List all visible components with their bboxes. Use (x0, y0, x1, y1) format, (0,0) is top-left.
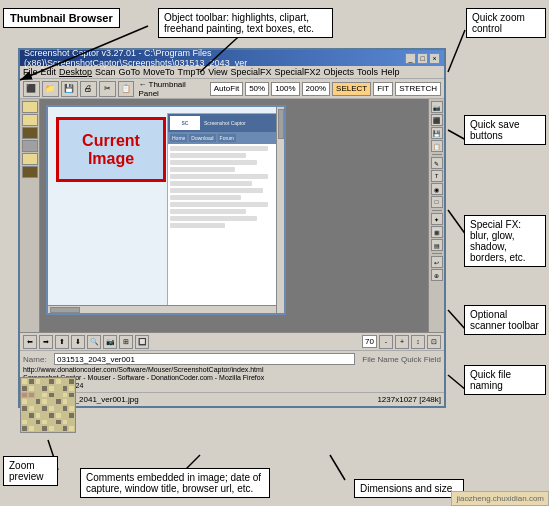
page-title-row: Screenshot Captor - Mouser - Software - … (23, 374, 441, 381)
zoom-fit[interactable]: ⊡ (427, 335, 441, 349)
zoom-preview-panel (20, 377, 76, 433)
zc49 (21, 419, 28, 426)
zc59 (35, 425, 42, 432)
zc1 (21, 378, 28, 385)
menu-tmpto[interactable]: TmpTo (178, 67, 206, 77)
rtb-sep3 (432, 253, 442, 254)
zc34 (28, 405, 35, 412)
zc11 (35, 385, 42, 392)
zc6 (55, 378, 62, 385)
rtb-5[interactable]: ✎ (431, 157, 443, 169)
thumbnail-browser-annotation: Thumbnail Browser (3, 8, 120, 28)
toolbar-btn-2[interactable]: 📁 (42, 81, 59, 97)
stretch-btn[interactable]: STRETCH (395, 82, 441, 96)
svg-line-9 (330, 455, 345, 480)
toolbar-btn-4[interactable]: 🖨 (80, 81, 97, 97)
menu-goto[interactable]: GoTo (119, 67, 141, 77)
thumb-item-2[interactable] (22, 114, 38, 126)
dimensions-annotation: Dimensions and size (354, 479, 464, 498)
toolbar-btn-6[interactable]: 📋 (118, 81, 135, 97)
menu-help[interactable]: Help (381, 67, 400, 77)
btb-6[interactable]: 📷 (103, 335, 117, 349)
thumb-item-4[interactable] (22, 140, 38, 152)
zc47 (62, 412, 69, 419)
zoom-scroll[interactable]: ↕ (411, 335, 425, 349)
scroll-thumb[interactable] (278, 109, 284, 139)
menu-scan[interactable]: Scan (95, 67, 116, 77)
thumbnail-panel-label: ← Thumbnail Panel (136, 80, 205, 98)
thumb-item-1[interactable] (22, 101, 38, 113)
wp-nav-home: Home (170, 134, 187, 142)
zc24 (68, 392, 75, 399)
zc12 (41, 385, 48, 392)
zc26 (28, 398, 35, 405)
hscroll-thumb[interactable] (50, 307, 80, 313)
zc8 (68, 378, 75, 385)
horizontal-scrollbar[interactable] (48, 305, 276, 313)
thumb-item-5[interactable] (22, 153, 38, 165)
zoom-200[interactable]: 200% (302, 82, 330, 96)
btb-3[interactable]: ⬆ (55, 335, 69, 349)
zc29 (48, 398, 55, 405)
zoom-100[interactable]: 100% (271, 82, 299, 96)
maximize-button[interactable]: □ (417, 53, 428, 64)
vertical-scrollbar[interactable] (276, 107, 284, 313)
btb-2[interactable]: ➡ (39, 335, 53, 349)
rtb-6[interactable]: T (431, 170, 443, 182)
toolbar-btn-1[interactable]: ⬛ (23, 81, 40, 97)
btb-4[interactable]: ⬇ (71, 335, 85, 349)
menu-bar: File Edit Desktop Scan GoTo MoveTo TmpTo… (20, 66, 444, 79)
rtb-4[interactable]: 📋 (431, 140, 443, 152)
menu-specialfx[interactable]: SpecialFX (230, 67, 271, 77)
zc19 (35, 392, 42, 399)
menu-file[interactable]: File (23, 67, 38, 77)
toolbar-btn-5[interactable]: ✂ (99, 81, 116, 97)
rtb-2[interactable]: ⬛ (431, 114, 443, 126)
toolbar-btn-3[interactable]: 💾 (61, 81, 78, 97)
menu-specialfx2[interactable]: SpecialFX2 (275, 67, 321, 77)
menu-moveto[interactable]: MoveTo (143, 67, 175, 77)
app-bottom: ⬅ ➡ ⬆ ⬇ 🔍 📷 ⊞ 🔲 70 - + ↕ ⊡ Name: File Na… (20, 332, 444, 406)
rtb-13[interactable]: ⊕ (431, 269, 443, 281)
zc31 (62, 398, 69, 405)
btb-7[interactable]: ⊞ (119, 335, 133, 349)
rtb-11[interactable]: ▤ (431, 239, 443, 251)
menu-edit[interactable]: Edit (41, 67, 57, 77)
quick-zoom-annotation: Quick zoom control (466, 8, 546, 38)
wp-content (168, 144, 281, 232)
rtb-1[interactable]: 📷 (431, 101, 443, 113)
menu-tools[interactable]: Tools (357, 67, 378, 77)
menu-objects[interactable]: Objects (324, 67, 355, 77)
zc51 (35, 419, 42, 426)
rtb-7[interactable]: ◉ (431, 183, 443, 195)
file-name-field[interactable] (54, 353, 355, 365)
rtb-8[interactable]: □ (431, 196, 443, 208)
select-btn[interactable]: SELECT (332, 82, 371, 96)
zc35 (35, 405, 42, 412)
minimize-button[interactable]: _ (405, 53, 416, 64)
rtb-12[interactable]: ↩ (431, 256, 443, 268)
thumb-item-3[interactable] (22, 127, 38, 139)
menu-view[interactable]: View (208, 67, 227, 77)
menu-desktop[interactable]: Desktop (59, 67, 92, 77)
rtb-10[interactable]: 🔳 (431, 226, 443, 238)
close-button[interactable]: × (429, 53, 440, 64)
zoom-increase[interactable]: + (395, 335, 409, 349)
thumb-item-6[interactable] (22, 166, 38, 178)
btb-1[interactable]: ⬅ (23, 335, 37, 349)
quick-save-annotation: Quick save buttons (464, 115, 546, 145)
zc45 (48, 412, 55, 419)
zc16 (68, 385, 75, 392)
zoom-50[interactable]: 50% (245, 82, 269, 96)
rtb-3[interactable]: 💾 (431, 127, 443, 139)
zc56 (68, 419, 75, 426)
zc42 (28, 412, 35, 419)
autofit-btn[interactable]: AutoFit (210, 82, 243, 96)
btb-5[interactable]: 🔍 (87, 335, 101, 349)
rtb-9[interactable]: ✦ (431, 213, 443, 225)
btb-8[interactable]: 🔲 (135, 335, 149, 349)
fit-btn[interactable]: FIT (373, 82, 393, 96)
zc18 (28, 392, 35, 399)
app-window: Screenshot Captor v3.27.01 - C:\Program … (18, 48, 446, 408)
zoom-decrease[interactable]: - (379, 335, 393, 349)
